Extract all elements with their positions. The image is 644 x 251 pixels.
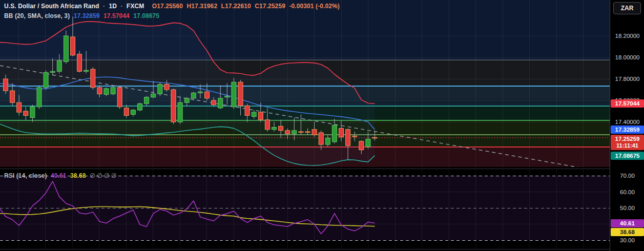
candle-body[interactable] [279,126,283,130]
candle-body[interactable] [238,82,243,106]
indicator-price-badge: 17.57044 [611,99,644,108]
candle-body[interactable] [30,107,35,118]
candle-body[interactable] [339,129,344,137]
candle-body[interactable] [151,94,156,97]
candle-body[interactable] [305,132,310,133]
candle-body[interactable] [57,60,61,71]
candle-body[interactable] [332,125,337,142]
candle-body[interactable] [366,139,370,147]
candle-body[interactable] [292,131,297,134]
candle-body[interactable] [178,102,182,122]
candle-body[interactable] [111,88,115,94]
candle-body[interactable] [218,98,223,108]
candle-body[interactable] [225,96,230,97]
candle-body[interactable] [352,136,357,137]
candle-body[interactable] [198,92,202,93]
candle-body[interactable] [104,89,109,95]
candle-body[interactable] [4,79,8,91]
candle-body[interactable] [71,37,75,55]
candle-body[interactable] [191,93,196,98]
rsi-tick-label: 60.00 [610,188,644,196]
candle-body[interactable] [17,102,22,112]
candle-body[interactable] [312,130,317,135]
candle-body[interactable] [117,88,122,107]
countdown-timer: 11:11:41 [611,142,644,149]
candle-body[interactable] [245,106,250,116]
rsi-pane[interactable] [0,169,610,249]
candle-body[interactable] [252,112,256,116]
candle-body[interactable] [97,88,102,94]
rsi-value-badge: 40.61 [611,219,644,227]
currency-button[interactable]: ZAR [613,2,641,14]
candle-body[interactable] [37,88,41,107]
candle-body[interactable] [372,137,377,138]
candle-body[interactable] [171,90,176,122]
candle-body[interactable] [285,131,290,134]
candle-body[interactable] [77,54,82,72]
bottom-separator [0,249,610,251]
pane-separator[interactable] [0,167,610,169]
indicator-price-badge: 17.08675 [611,152,644,160]
price-tick-label: 17.80000 [610,75,644,83]
candle-body[interactable] [299,132,303,133]
candle-body[interactable] [205,92,210,98]
candle-body[interactable] [10,91,15,102]
rsi-value-badge: 38.68 [611,228,644,236]
main-price-pane[interactable] [0,0,610,167]
candle-body[interactable] [84,70,89,71]
candle-body[interactable] [131,110,135,114]
indicator-price-badge: 17.32859 [611,126,644,134]
candle-body[interactable] [144,97,149,104]
price-tick-label: 18.20000 [610,32,644,40]
candle-body[interactable] [91,69,95,88]
candle-body[interactable] [124,108,129,116]
candle-body[interactable] [346,130,350,146]
candle-body[interactable] [212,100,216,104]
candle-body[interactable] [44,72,48,87]
trading-chart-app: U.S. Dollar / South African Rand · 1D · … [0,0,644,251]
candle-body[interactable] [325,138,330,145]
candle-body[interactable] [164,85,169,90]
rsi-tick-label: 50.00 [610,204,644,212]
candle-body[interactable] [24,111,28,115]
candle-body[interactable] [258,112,263,120]
rsi-tick-label: 30.00 [610,236,644,244]
current-price-badge: 17.2525911:11:41 [611,135,644,150]
rsi-tick-label: 70.00 [610,172,644,180]
candle-body[interactable] [184,98,189,102]
price-tick-label: 17.40000 [610,118,644,126]
price-axis[interactable]: ZAR 18.2000018.0000017.8000017.6000017.4… [610,0,644,251]
candle-body[interactable] [138,103,142,110]
candle-body[interactable] [272,128,277,130]
candle-body[interactable] [64,36,68,61]
candle-body[interactable] [319,133,323,144]
price-tick-label: 18.00000 [610,53,644,61]
candle-body[interactable] [265,120,269,130]
candle-body[interactable] [232,82,236,107]
candle-body[interactable] [158,85,162,94]
candle-body[interactable] [359,141,364,150]
candle-body[interactable] [50,71,55,72]
